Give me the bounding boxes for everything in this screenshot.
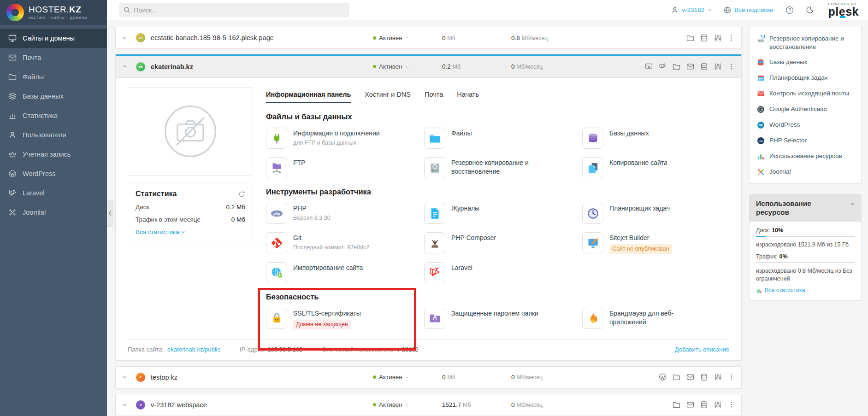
help-button[interactable]: [785, 6, 794, 14]
tile-sitejet-builder[interactable]: Sitejet BuilderСайт не опубликован: [582, 232, 729, 254]
databases-button[interactable]: [700, 34, 708, 42]
sidebar-item-wordpress[interactable]: WordPress: [0, 164, 107, 183]
globe-icon: [724, 6, 731, 14]
tool-wordpress[interactable]: W WordPress: [750, 117, 861, 133]
sidebar-item-statistics[interactable]: Статистика: [0, 106, 107, 125]
composer-icon: [429, 237, 441, 249]
chevron-down-icon: [405, 403, 409, 407]
tile-backup-restore[interactable]: Резервное копирование и восстановление: [424, 157, 571, 178]
files-button[interactable]: [673, 401, 680, 409]
tile-php-composer[interactable]: PHP Composer: [424, 232, 571, 254]
mail-button[interactable]: [686, 63, 694, 70]
settings-sliders-button[interactable]: [714, 63, 722, 70]
tool-google-authenticator[interactable]: Google Authenticator: [750, 101, 861, 117]
dark-mode-toggle[interactable]: [806, 6, 814, 14]
sidebar-item-laravel[interactable]: Laravel: [0, 183, 107, 203]
databases-button[interactable]: [700, 401, 708, 409]
settings-sliders-button[interactable]: [714, 401, 722, 409]
sidebar-item-label: Файлы: [23, 73, 44, 81]
tile-connection-info[interactable]: Информация о подключениидля FTP и базы д…: [266, 128, 413, 149]
expand-row-button[interactable]: [122, 375, 136, 380]
tool-outgoing-mail-control[interactable]: Контроль исходящей почты: [750, 86, 861, 101]
all-subscriptions-link[interactable]: Все подписки: [724, 6, 773, 14]
search-box[interactable]: [119, 3, 349, 17]
settings-sliders-button[interactable]: [714, 34, 722, 42]
tool-databases[interactable]: Базы данных: [750, 54, 861, 70]
tool-joomla[interactable]: Joomla!: [750, 164, 861, 180]
collapse-row-button[interactable]: [122, 64, 136, 69]
mail-button[interactable]: [686, 401, 694, 409]
tab-mail[interactable]: Почта: [425, 87, 443, 103]
more-actions-button[interactable]: [728, 401, 735, 408]
add-description-link[interactable]: Добавить описание: [675, 346, 729, 353]
domain-name-link[interactable]: v-23182.webspace: [151, 401, 373, 409]
tile-copy-site[interactable]: Копирование сайта: [582, 157, 729, 178]
site-folder-link[interactable]: ekaterinab.kz/public: [167, 346, 220, 353]
tool-backup-restore[interactable]: Резервное копирование и восстановление: [750, 31, 861, 54]
refresh-icon[interactable]: [238, 191, 245, 198]
sitejet-icon: [587, 237, 599, 249]
files-button[interactable]: [673, 63, 680, 70]
tile-ssl-certificates[interactable]: SSL/TLS-сертификатыДомен не защищен: [266, 308, 413, 329]
tile-logs[interactable]: Журналы: [424, 203, 571, 224]
tool-scheduler[interactable]: Планировщик задач: [750, 70, 861, 86]
sidebar-item-databases[interactable]: Базы данных: [0, 87, 107, 106]
brand-logo[interactable]: HOSTER.KZ хостинг · сайты · домены: [0, 0, 107, 25]
domain-name-link[interactable]: ecstatic-banach.185-98-5-162.plesk.page: [151, 34, 373, 41]
wordpress-button[interactable]: [659, 373, 667, 381]
sidebar-item-account[interactable]: Учетная запись: [0, 145, 107, 164]
tile-git[interactable]: GitПоследний коммит: 97e0dc2: [266, 232, 413, 254]
user-menu[interactable]: v-23182: [671, 6, 712, 14]
tab-dashboard[interactable]: Информационная панель: [266, 87, 351, 103]
files-button[interactable]: [673, 373, 680, 381]
status-dropdown[interactable]: Активен: [373, 63, 442, 70]
more-actions-button[interactable]: [728, 35, 735, 41]
more-actions-button[interactable]: [728, 374, 735, 381]
sidebar-item-files[interactable]: Файлы: [0, 67, 107, 87]
status-dropdown[interactable]: Активен: [373, 401, 442, 408]
search-input[interactable]: [134, 6, 345, 14]
tile-files[interactable]: Файлы: [424, 128, 571, 149]
domain-name-link[interactable]: ekaterinab.kz: [151, 63, 373, 70]
tile-web-firewall[interactable]: Брандмауэр для веб-приложений: [582, 308, 729, 329]
domain-favicon: v: [136, 400, 145, 410]
sidebar-item-users[interactable]: Пользователи: [0, 125, 107, 145]
sidebar-item-joomla[interactable]: Joomla!: [0, 203, 107, 222]
tab-get-started[interactable]: Начать: [457, 87, 479, 103]
laravel-icon: [8, 189, 17, 197]
site-not-published-badge: Сайт не опубликован: [609, 244, 672, 254]
laravel-button[interactable]: [659, 63, 667, 70]
sidebar-item-websites-domains[interactable]: Сайты и домены: [0, 29, 107, 48]
status-dropdown[interactable]: Активен: [373, 374, 442, 381]
more-actions-button[interactable]: [728, 63, 735, 70]
brand-tagline: хостинг · сайты · домены: [29, 16, 88, 20]
databases-button[interactable]: [700, 373, 708, 381]
tile-laravel[interactable]: Laravel: [424, 262, 571, 283]
backup-mini-icon: [757, 35, 765, 43]
all-statistics-link[interactable]: Вся статистика: [756, 287, 855, 293]
tile-scheduler[interactable]: Планировщик задач: [582, 203, 729, 224]
databases-button[interactable]: [700, 63, 708, 70]
settings-sliders-button[interactable]: [714, 373, 722, 381]
collapse-sidebar-handle[interactable]: [107, 200, 113, 227]
site-screenshot-placeholder[interactable]: [128, 87, 253, 176]
tile-php[interactable]: php PHPВерсия 8.3.30: [266, 203, 413, 224]
mail-button[interactable]: [686, 373, 694, 381]
files-button[interactable]: [686, 34, 694, 42]
domain-name-link[interactable]: testop.kz: [151, 374, 373, 381]
tile-protected-folders[interactable]: Защищенные паролем папки: [424, 308, 571, 329]
plesk-logo[interactable]: POWERED BY plesk: [828, 2, 859, 18]
tile-ftp[interactable]: FTP: [266, 157, 413, 178]
all-statistics-link[interactable]: Вся статистика: [136, 229, 245, 235]
status-dropdown[interactable]: Активен: [373, 35, 442, 41]
tool-resource-usage[interactable]: Использование ресурсов: [750, 148, 861, 164]
expand-row-button[interactable]: [122, 402, 136, 407]
tile-databases[interactable]: Базы данных: [582, 128, 729, 149]
expand-row-button[interactable]: [122, 35, 136, 41]
preview-site-button[interactable]: [645, 63, 653, 70]
tile-site-import[interactable]: Импортирование сайта: [266, 262, 413, 283]
resource-usage-header[interactable]: Использование ресурсов: [750, 194, 861, 222]
tab-hosting-dns[interactable]: Хостинг и DNS: [365, 87, 411, 103]
sidebar-item-mail[interactable]: Почта: [0, 48, 107, 67]
tool-php-selector[interactable]: php PHP Selector: [750, 133, 861, 148]
